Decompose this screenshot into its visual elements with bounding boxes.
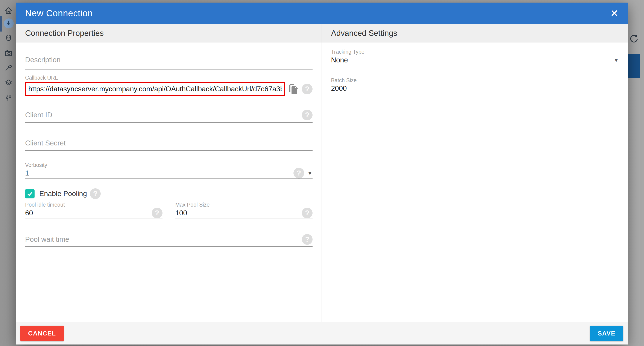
advanced-settings-header: Advanced Settings (322, 24, 628, 42)
batch-size-label: Batch Size (331, 77, 619, 83)
enable-pooling-label: Enable Pooling (39, 190, 87, 198)
verbosity-field: Verbosity ? ▼ (25, 162, 312, 179)
dialog-footer: CANCEL SAVE (16, 322, 628, 345)
check-icon (26, 190, 33, 197)
background-navy-button (628, 54, 640, 78)
callback-url-highlight-box (25, 82, 285, 96)
client-id-input[interactable] (25, 111, 298, 119)
verbosity-help-icon[interactable]: ? (294, 168, 304, 178)
callback-url-input[interactable] (28, 85, 282, 93)
dialog-title: New Connection (25, 8, 93, 18)
pool-wait-time-field: ? (25, 233, 312, 247)
pool-settings-grid: Pool idle timeout ? Max Pool Size (25, 201, 312, 219)
active-nav-indicator (0, 16, 2, 31)
advanced-settings-content: Tracking Type ▼ Batch Size (322, 42, 628, 322)
pool-idle-timeout-cell: Pool idle timeout ? (25, 201, 162, 219)
enable-pooling-row: Enable Pooling ? (25, 189, 312, 199)
snapshot-icon (4, 49, 13, 57)
tracking-type-label: Tracking Type (331, 48, 619, 55)
batch-size-input[interactable] (331, 84, 619, 92)
close-icon[interactable]: ✕ (609, 7, 620, 19)
dialog-header: New Connection ✕ (16, 2, 628, 24)
background-sidebar (0, 0, 16, 346)
home-icon (4, 6, 13, 15)
connection-properties-panel: Connection Properties Callback URL (16, 24, 322, 322)
callback-url-field: Callback URL ? (25, 74, 312, 97)
client-id-field: ? (25, 108, 312, 123)
max-pool-size-cell: Max Pool Size ? (176, 201, 313, 219)
cancel-button[interactable]: CANCEL (20, 326, 64, 341)
pool-idle-timeout-help-icon[interactable]: ? (152, 208, 162, 218)
description-field (25, 52, 312, 70)
max-pool-size-label: Max Pool Size (176, 201, 313, 208)
tune-icon (4, 93, 13, 102)
background-panel-edge (640, 0, 644, 346)
tracking-type-field[interactable]: Tracking Type ▼ (331, 48, 619, 66)
verbosity-label: Verbosity (25, 162, 312, 168)
copy-icon[interactable] (288, 83, 298, 95)
pool-idle-timeout-label: Pool idle timeout (25, 201, 162, 208)
batch-size-field: Batch Size (331, 77, 619, 94)
enable-pooling-checkbox[interactable] (25, 189, 34, 198)
tracking-type-dropdown-icon[interactable]: ▼ (614, 57, 619, 63)
tools-icon (4, 64, 13, 72)
layers-icon (4, 78, 13, 87)
tracking-type-value[interactable] (331, 56, 610, 64)
max-pool-size-input[interactable] (176, 209, 298, 217)
callback-url-help-icon[interactable]: ? (302, 84, 312, 94)
client-secret-field (25, 136, 312, 151)
verbosity-input[interactable] (25, 169, 290, 177)
verbosity-dropdown-icon[interactable]: ▼ (307, 170, 312, 176)
pool-wait-time-input[interactable] (25, 235, 298, 244)
dialog-body: Connection Properties Callback URL (16, 24, 628, 322)
pool-wait-time-help-icon[interactable]: ? (302, 234, 312, 245)
new-connection-dialog: New Connection ✕ Connection Properties C… (16, 2, 628, 345)
sync-download-icon (4, 19, 13, 27)
pool-idle-timeout-input[interactable] (25, 209, 148, 217)
description-input[interactable] (25, 56, 312, 64)
enable-pooling-help-icon[interactable]: ? (90, 188, 101, 199)
advanced-settings-panel: Advanced Settings Tracking Type ▼ Batch … (322, 24, 628, 322)
refresh-icon (629, 34, 639, 44)
connection-properties-content: Callback URL ? (16, 42, 322, 322)
magnet-icon (4, 34, 13, 43)
callback-url-label: Callback URL (25, 74, 312, 81)
save-button[interactable]: SAVE (590, 326, 623, 341)
max-pool-size-help-icon[interactable]: ? (302, 208, 312, 218)
client-secret-input[interactable] (25, 139, 312, 147)
client-id-help-icon[interactable]: ? (302, 110, 312, 120)
connection-properties-header: Connection Properties (16, 24, 322, 42)
